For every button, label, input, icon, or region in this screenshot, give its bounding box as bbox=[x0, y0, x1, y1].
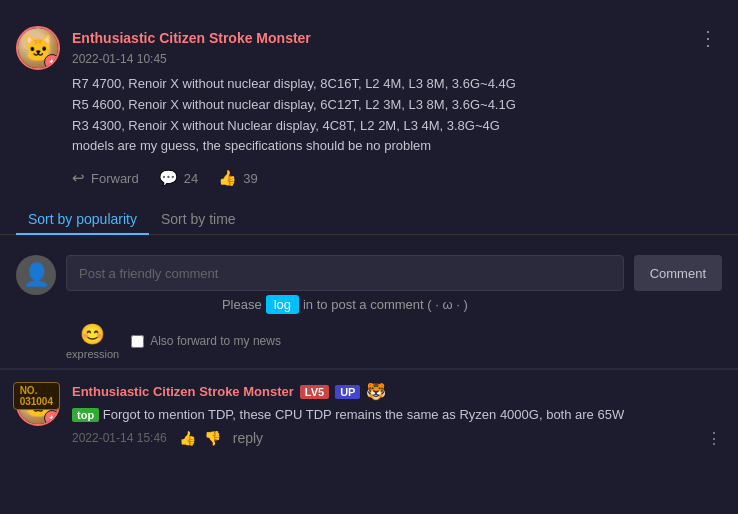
post-actions: ↩ Forward 💬 24 👍 39 bbox=[72, 169, 722, 187]
sort-tabs: Sort by popularity Sort by time bbox=[0, 197, 738, 235]
expression-label: expression bbox=[66, 348, 119, 360]
comment-input-section: 👤 Post a friendly comment Please log in … bbox=[0, 247, 738, 368]
log-suffix: in to post a comment ( · ω · ) bbox=[303, 297, 468, 312]
forward-button[interactable]: ↩ Forward bbox=[72, 169, 139, 187]
forward-checkbox-text: Also forward to my news bbox=[150, 334, 281, 348]
reply-like-button[interactable]: 👍 bbox=[179, 430, 196, 446]
reply-more-button[interactable]: ⋮ bbox=[706, 429, 722, 448]
post-more-button[interactable]: ⋮ bbox=[694, 26, 722, 50]
reply-header: Enthusiastic Citizen Stroke Monster LV5 … bbox=[72, 382, 722, 401]
avatar: 🐱 ✦ bbox=[16, 26, 60, 70]
main-post: 🐱 ✦ Enthusiastic Citizen Stroke Monster … bbox=[0, 16, 738, 197]
forward-icon: ↩ bbox=[72, 169, 85, 187]
like-icon: 👍 bbox=[218, 169, 237, 187]
comment-submit-button[interactable]: Comment bbox=[634, 255, 722, 291]
expression-button[interactable]: 😊 expression bbox=[66, 322, 119, 360]
badge-up: UP bbox=[335, 385, 360, 399]
tab-sort-time[interactable]: Sort by time bbox=[149, 205, 248, 235]
post-content: Enthusiastic Citizen Stroke Monster ⋮ 20… bbox=[72, 26, 722, 187]
badge-special: 🐯 bbox=[366, 382, 386, 401]
forward-checkbox-label[interactable]: Also forward to my news bbox=[131, 334, 281, 348]
reply-label[interactable]: reply bbox=[233, 430, 263, 446]
reply-post: 🐱 ✦ NO. 031004 Enthusiastic Citizen Stro… bbox=[16, 382, 722, 448]
reply-avatar-badge: ✦ bbox=[44, 410, 60, 426]
comment-avatar: 👤 bbox=[16, 255, 56, 295]
log-prompt: Please log in to post a comment ( · ω · … bbox=[66, 295, 624, 314]
post-header: Enthusiastic Citizen Stroke Monster ⋮ bbox=[72, 26, 722, 50]
avatar-wrapper: 🐱 ✦ bbox=[16, 26, 60, 70]
reply-content: Enthusiastic Citizen Stroke Monster LV5 … bbox=[72, 382, 722, 448]
reply-time: 2022-01-14 15:46 bbox=[72, 431, 167, 445]
like-button[interactable]: 👍 39 bbox=[218, 169, 257, 187]
reply-text: Forgot to mention TDP, these CPU TDP rem… bbox=[103, 407, 624, 422]
no-number: 031004 bbox=[20, 396, 53, 407]
avatar-badge: ✦ bbox=[44, 54, 60, 70]
forward-checkbox[interactable] bbox=[131, 335, 144, 348]
comment-input-wrapper: Post a friendly comment Please log in to… bbox=[66, 255, 624, 360]
reply-dislike-button[interactable]: 👎 bbox=[204, 430, 221, 446]
emoji-icon: 😊 bbox=[80, 322, 105, 346]
comment-button[interactable]: 💬 24 bbox=[159, 169, 198, 187]
reply-text-wrapper: top Forgot to mention TDP, these CPU TDP… bbox=[72, 405, 722, 425]
reply-username: Enthusiastic Citizen Stroke Monster bbox=[72, 384, 294, 399]
post-username: Enthusiastic Citizen Stroke Monster bbox=[72, 30, 311, 46]
badge-lv: LV5 bbox=[300, 385, 329, 399]
comment-footer: 😊 expression Also forward to my news bbox=[66, 322, 624, 360]
log-prompt-text: Please bbox=[222, 297, 262, 312]
post-time: 2022-01-14 10:45 bbox=[72, 52, 722, 66]
no-label: NO. bbox=[20, 385, 38, 396]
no-badge: NO. 031004 bbox=[13, 382, 60, 410]
comment-count: 24 bbox=[184, 171, 198, 186]
log-button[interactable]: log bbox=[266, 295, 299, 314]
tab-sort-popularity[interactable]: Sort by popularity bbox=[16, 205, 149, 235]
reply-time-row: 2022-01-14 15:46 👍 👎 reply ⋮ bbox=[72, 429, 722, 448]
page-container: 🐱 ✦ Enthusiastic Citizen Stroke Monster … bbox=[0, 0, 738, 514]
reply-avatar-wrapper: 🐱 ✦ NO. 031004 bbox=[16, 382, 60, 426]
comment-input-box[interactable]: Post a friendly comment bbox=[66, 255, 624, 291]
reply-section: 🐱 ✦ NO. 031004 Enthusiastic Citizen Stro… bbox=[0, 369, 738, 460]
forward-label: Forward bbox=[91, 171, 139, 186]
top-tag: top bbox=[72, 408, 99, 422]
post-text: R7 4700, Renoir X without nuclear displa… bbox=[72, 74, 722, 157]
like-count: 39 bbox=[243, 171, 257, 186]
comment-placeholder: Post a friendly comment bbox=[79, 266, 218, 281]
reply-actions: 👍 👎 bbox=[179, 430, 221, 446]
comment-icon: 💬 bbox=[159, 169, 178, 187]
